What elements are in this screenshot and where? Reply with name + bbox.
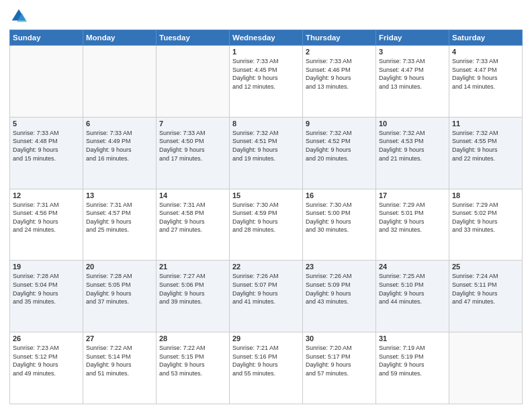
day-cell: 10Sunrise: 7:32 AM Sunset: 4:53 PM Dayli…: [376, 117, 449, 189]
day-cell: 1Sunrise: 7:33 AM Sunset: 4:45 PM Daylig…: [230, 46, 303, 118]
day-cell: 15Sunrise: 7:30 AM Sunset: 4:59 PM Dayli…: [230, 189, 303, 261]
day-cell: 9Sunrise: 7:32 AM Sunset: 4:52 PM Daylig…: [303, 117, 376, 189]
weekday-header-monday: Monday: [83, 30, 157, 46]
day-number: 25: [452, 263, 519, 271]
logo-icon: [9, 7, 28, 26]
day-number: 26: [13, 334, 80, 342]
day-info: Sunrise: 7:33 AM Sunset: 4:48 PM Dayligh…: [13, 129, 80, 163]
day-info: Sunrise: 7:23 AM Sunset: 5:12 PM Dayligh…: [13, 344, 80, 377]
page: SundayMondayTuesdayWednesdayThursdayFrid…: [0, 0, 532, 411]
day-number: 14: [159, 191, 226, 199]
day-number: 2: [306, 48, 373, 56]
day-cell: 8Sunrise: 7:32 AM Sunset: 4:51 PM Daylig…: [230, 117, 303, 189]
day-cell: 5Sunrise: 7:33 AM Sunset: 4:48 PM Daylig…: [10, 117, 83, 189]
day-cell: 13Sunrise: 7:31 AM Sunset: 4:57 PM Dayli…: [83, 189, 157, 261]
day-info: Sunrise: 7:26 AM Sunset: 5:09 PM Dayligh…: [306, 272, 373, 306]
day-number: 16: [306, 191, 373, 199]
day-info: Sunrise: 7:27 AM Sunset: 5:06 PM Dayligh…: [159, 272, 226, 306]
day-info: Sunrise: 7:30 AM Sunset: 4:59 PM Dayligh…: [232, 201, 300, 234]
day-number: 8: [232, 120, 300, 128]
day-cell: 27Sunrise: 7:22 AM Sunset: 5:14 PM Dayli…: [83, 332, 157, 404]
day-number: 21: [159, 263, 226, 271]
day-number: 29: [232, 334, 300, 342]
day-cell: 21Sunrise: 7:27 AM Sunset: 5:06 PM Dayli…: [157, 261, 230, 332]
day-cell: 6Sunrise: 7:33 AM Sunset: 4:49 PM Daylig…: [83, 117, 157, 189]
day-info: Sunrise: 7:28 AM Sunset: 5:04 PM Dayligh…: [13, 272, 80, 306]
day-cell: 26Sunrise: 7:23 AM Sunset: 5:12 PM Dayli…: [10, 332, 83, 404]
day-cell: 17Sunrise: 7:29 AM Sunset: 5:01 PM Dayli…: [376, 189, 449, 261]
day-cell: 12Sunrise: 7:31 AM Sunset: 4:56 PM Dayli…: [10, 189, 83, 261]
day-cell: 7Sunrise: 7:33 AM Sunset: 4:50 PM Daylig…: [157, 117, 230, 189]
header: [9, 7, 523, 26]
week-row-3: 19Sunrise: 7:28 AM Sunset: 5:04 PM Dayli…: [10, 261, 523, 332]
day-info: Sunrise: 7:19 AM Sunset: 5:19 PM Dayligh…: [379, 344, 446, 377]
day-number: 27: [86, 334, 153, 342]
day-number: 7: [159, 120, 226, 128]
day-number: 31: [379, 334, 446, 342]
day-cell: 3Sunrise: 7:33 AM Sunset: 4:47 PM Daylig…: [376, 46, 449, 118]
day-info: Sunrise: 7:30 AM Sunset: 5:00 PM Dayligh…: [306, 201, 373, 234]
weekday-header-row: SundayMondayTuesdayWednesdayThursdayFrid…: [10, 30, 523, 46]
day-cell: [10, 46, 83, 118]
day-info: Sunrise: 7:31 AM Sunset: 4:57 PM Dayligh…: [86, 201, 153, 234]
day-number: 15: [232, 191, 300, 199]
day-number: 17: [379, 191, 446, 199]
day-info: Sunrise: 7:33 AM Sunset: 4:46 PM Dayligh…: [306, 57, 373, 91]
weekday-header-sunday: Sunday: [10, 30, 83, 46]
week-row-2: 12Sunrise: 7:31 AM Sunset: 4:56 PM Dayli…: [10, 189, 523, 261]
day-info: Sunrise: 7:31 AM Sunset: 4:58 PM Dayligh…: [159, 201, 226, 234]
day-cell: 18Sunrise: 7:29 AM Sunset: 5:02 PM Dayli…: [449, 189, 523, 261]
day-number: 10: [379, 120, 446, 128]
day-number: 28: [159, 334, 226, 342]
day-cell: 14Sunrise: 7:31 AM Sunset: 4:58 PM Dayli…: [157, 189, 230, 261]
day-cell: 19Sunrise: 7:28 AM Sunset: 5:04 PM Dayli…: [10, 261, 83, 332]
logo: [9, 7, 31, 26]
day-info: Sunrise: 7:29 AM Sunset: 5:02 PM Dayligh…: [452, 201, 519, 234]
day-number: 6: [86, 120, 153, 128]
day-number: 11: [452, 120, 519, 128]
day-cell: 30Sunrise: 7:20 AM Sunset: 5:17 PM Dayli…: [303, 332, 376, 404]
day-info: Sunrise: 7:33 AM Sunset: 4:45 PM Dayligh…: [232, 57, 300, 91]
day-cell: 29Sunrise: 7:21 AM Sunset: 5:16 PM Dayli…: [230, 332, 303, 404]
day-cell: [83, 46, 157, 118]
day-info: Sunrise: 7:33 AM Sunset: 4:49 PM Dayligh…: [86, 129, 153, 163]
week-row-4: 26Sunrise: 7:23 AM Sunset: 5:12 PM Dayli…: [10, 332, 523, 404]
day-info: Sunrise: 7:32 AM Sunset: 4:52 PM Dayligh…: [306, 129, 373, 163]
day-number: 5: [13, 120, 80, 128]
day-cell: 28Sunrise: 7:22 AM Sunset: 5:15 PM Dayli…: [157, 332, 230, 404]
day-cell: 31Sunrise: 7:19 AM Sunset: 5:19 PM Dayli…: [376, 332, 449, 404]
day-number: 24: [379, 263, 446, 271]
day-cell: 23Sunrise: 7:26 AM Sunset: 5:09 PM Dayli…: [303, 261, 376, 332]
day-info: Sunrise: 7:26 AM Sunset: 5:07 PM Dayligh…: [232, 272, 300, 306]
day-number: 3: [379, 48, 446, 56]
day-number: 1: [232, 48, 300, 56]
day-cell: [449, 332, 523, 404]
day-number: 23: [306, 263, 373, 271]
day-cell: 24Sunrise: 7:25 AM Sunset: 5:10 PM Dayli…: [376, 261, 449, 332]
day-number: 20: [86, 263, 153, 271]
day-cell: 16Sunrise: 7:30 AM Sunset: 5:00 PM Dayli…: [303, 189, 376, 261]
day-info: Sunrise: 7:33 AM Sunset: 4:47 PM Dayligh…: [452, 57, 519, 91]
day-info: Sunrise: 7:22 AM Sunset: 5:15 PM Dayligh…: [159, 344, 226, 377]
day-cell: 4Sunrise: 7:33 AM Sunset: 4:47 PM Daylig…: [449, 46, 523, 118]
day-number: 19: [13, 263, 80, 271]
day-cell: 20Sunrise: 7:28 AM Sunset: 5:05 PM Dayli…: [83, 261, 157, 332]
day-info: Sunrise: 7:32 AM Sunset: 4:55 PM Dayligh…: [452, 129, 519, 163]
day-info: Sunrise: 7:25 AM Sunset: 5:10 PM Dayligh…: [379, 272, 446, 306]
day-info: Sunrise: 7:24 AM Sunset: 5:11 PM Dayligh…: [452, 272, 519, 306]
weekday-header-thursday: Thursday: [303, 30, 376, 46]
day-number: 30: [306, 334, 373, 342]
day-number: 12: [13, 191, 80, 199]
day-info: Sunrise: 7:29 AM Sunset: 5:01 PM Dayligh…: [379, 201, 446, 234]
day-number: 18: [452, 191, 519, 199]
day-info: Sunrise: 7:33 AM Sunset: 4:47 PM Dayligh…: [379, 57, 446, 91]
day-info: Sunrise: 7:31 AM Sunset: 4:56 PM Dayligh…: [13, 201, 80, 234]
week-row-0: 1Sunrise: 7:33 AM Sunset: 4:45 PM Daylig…: [10, 46, 523, 118]
weekday-header-saturday: Saturday: [449, 30, 523, 46]
day-number: 13: [86, 191, 153, 199]
day-cell: 2Sunrise: 7:33 AM Sunset: 4:46 PM Daylig…: [303, 46, 376, 118]
day-cell: 11Sunrise: 7:32 AM Sunset: 4:55 PM Dayli…: [449, 117, 523, 189]
weekday-header-wednesday: Wednesday: [230, 30, 303, 46]
calendar: SundayMondayTuesdayWednesdayThursdayFrid…: [9, 30, 523, 404]
weekday-header-friday: Friday: [376, 30, 449, 46]
